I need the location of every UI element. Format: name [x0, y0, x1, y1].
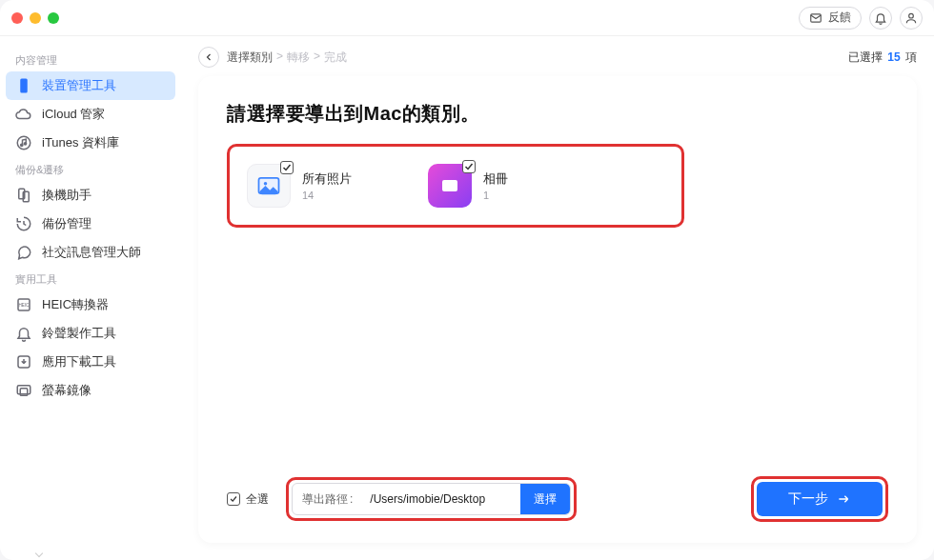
- window-close-button[interactable]: [11, 12, 23, 24]
- sidebar-item-itunes[interactable]: iTunes 資料庫: [6, 129, 175, 157]
- breadcrumb-step: 轉移: [287, 50, 310, 66]
- sidebar-item-label: 鈴聲製作工具: [42, 325, 116, 342]
- category-album[interactable]: 相冊 1: [428, 164, 508, 208]
- selected-count: 已選擇 15 項: [848, 50, 917, 66]
- export-path-box: 導出路徑 選擇: [286, 477, 577, 521]
- user-icon: [904, 11, 918, 25]
- selected-count-suffix: 項: [905, 50, 917, 64]
- sidebar-item-label: iTunes 資料庫: [42, 134, 119, 151]
- clock-refresh-icon: [15, 215, 32, 232]
- export-path-label: 導出路徑: [293, 491, 362, 508]
- window-minimize-button[interactable]: [30, 12, 41, 24]
- sidebar-item-label: 換機助手: [42, 187, 91, 204]
- sidebar-item-social[interactable]: 社交訊息管理大師: [6, 238, 175, 267]
- heic-icon: HEIC: [15, 296, 32, 313]
- album-icon: [428, 164, 472, 208]
- sidebar-section-header: 内容管理: [6, 48, 175, 71]
- mail-icon: [809, 11, 822, 25]
- sidebar-item-label: 螢幕鏡像: [42, 382, 91, 399]
- select-all-label: 全選: [246, 491, 269, 508]
- sidebar-item-phone-switch[interactable]: 換機助手: [6, 181, 175, 210]
- music-note-icon: [15, 134, 32, 151]
- next-button-box: 下一步: [751, 476, 888, 522]
- app-window: 反饋 内容管理 裝置管理工具 iCloud 管家 iTunes: [0, 0, 934, 560]
- svg-point-15: [264, 182, 268, 186]
- main-pane: 選擇類別 > 轉移 > 完成 已選擇 15 項 請選擇要導出到Mac的類別。: [181, 36, 934, 560]
- chat-bubble-icon: [15, 244, 32, 261]
- back-button[interactable]: [198, 47, 219, 68]
- sidebar-item-ringtone[interactable]: 鈴聲製作工具: [6, 319, 175, 348]
- content-card: 請選擇要導出到Mac的類別。 所有照片 14: [198, 76, 917, 543]
- sidebar-item-label: 社交訊息管理大師: [42, 244, 141, 261]
- svg-point-4: [21, 144, 23, 146]
- checkbox-checked-icon: [462, 160, 476, 173]
- bell-icon: [15, 325, 32, 342]
- svg-rect-2: [20, 79, 28, 93]
- svg-rect-11: [17, 386, 30, 394]
- choose-path-button[interactable]: 選擇: [520, 484, 570, 514]
- titlebar: 反饋: [0, 0, 934, 36]
- sidebar-item-screen-mirror[interactable]: 螢幕鏡像: [6, 376, 175, 405]
- arrow-right-icon: [836, 491, 851, 507]
- window-maximize-button[interactable]: [48, 12, 59, 24]
- sidebar-item-label: HEIC轉換器: [42, 296, 109, 313]
- breadcrumb: 選擇類別 > 轉移 > 完成: [227, 50, 347, 66]
- sidebar-item-icloud[interactable]: iCloud 管家: [6, 100, 175, 129]
- svg-point-5: [24, 143, 26, 145]
- sidebar-item-label: 應用下載工具: [42, 353, 116, 370]
- selected-count-number: 15: [887, 50, 900, 64]
- breadcrumb-step: 完成: [324, 50, 347, 66]
- chevron-left-icon: [203, 51, 214, 63]
- feedback-button[interactable]: 反饋: [799, 7, 862, 30]
- breadcrumb-separator: >: [276, 50, 283, 66]
- screen-mirror-icon: [15, 382, 32, 399]
- sidebar-item-app-download[interactable]: 應用下載工具: [6, 348, 175, 376]
- checkbox-checked-icon: [280, 161, 294, 174]
- breadcrumb-step: 選擇類別: [227, 50, 273, 66]
- breadcrumb-row: 選擇類別 > 轉移 > 完成 已選擇 15 項: [198, 44, 917, 70]
- select-all-checkbox[interactable]: 全選: [227, 491, 269, 508]
- window-controls: [11, 12, 59, 24]
- category-name: 所有照片: [302, 170, 352, 188]
- category-all-photos[interactable]: 所有照片 14: [247, 164, 352, 208]
- sidebar-item-heic[interactable]: HEIC HEIC轉換器: [6, 290, 175, 319]
- page-title: 請選擇要導出到Mac的類別。: [227, 101, 888, 127]
- sidebar-item-label: 備份管理: [42, 215, 91, 232]
- next-button-label: 下一步: [788, 490, 828, 508]
- phone-icon: [15, 77, 32, 94]
- category-selection-box: 所有照片 14 相冊 1: [227, 144, 684, 228]
- photos-icon: [247, 164, 291, 208]
- sidebar-item-backup[interactable]: 備份管理: [6, 210, 175, 238]
- sidebar-section-header: 備份&遷移: [6, 157, 175, 181]
- phone-swap-icon: [15, 187, 32, 204]
- sidebar-scroll-indicator: [35, 550, 43, 557]
- checkbox-checked-icon: [227, 492, 240, 506]
- sidebar-item-label: 裝置管理工具: [42, 77, 116, 94]
- account-button[interactable]: [900, 7, 923, 30]
- notification-button[interactable]: [869, 7, 892, 30]
- category-count: 1: [483, 190, 508, 201]
- breadcrumb-separator: >: [314, 50, 320, 66]
- svg-point-1: [909, 13, 914, 18]
- next-button[interactable]: 下一步: [757, 482, 883, 516]
- export-path-input[interactable]: [362, 484, 520, 514]
- svg-text:HEIC: HEIC: [19, 303, 30, 308]
- cloud-icon: [15, 106, 32, 123]
- bell-icon: [874, 11, 887, 25]
- sidebar-item-label: iCloud 管家: [42, 106, 105, 123]
- category-name: 相冊: [483, 170, 508, 188]
- selected-count-prefix: 已選擇: [848, 50, 883, 64]
- app-download-icon: [15, 353, 32, 370]
- sidebar-section-header: 實用工具: [6, 267, 175, 290]
- footer-bar: 全選 導出路徑 選擇 下一步: [227, 476, 888, 522]
- feedback-label: 反饋: [828, 10, 851, 26]
- sidebar: 内容管理 裝置管理工具 iCloud 管家 iTunes 資料庫 備份&遷移 換…: [0, 36, 181, 560]
- category-count: 14: [302, 190, 352, 201]
- sidebar-item-device-manager[interactable]: 裝置管理工具: [6, 71, 175, 100]
